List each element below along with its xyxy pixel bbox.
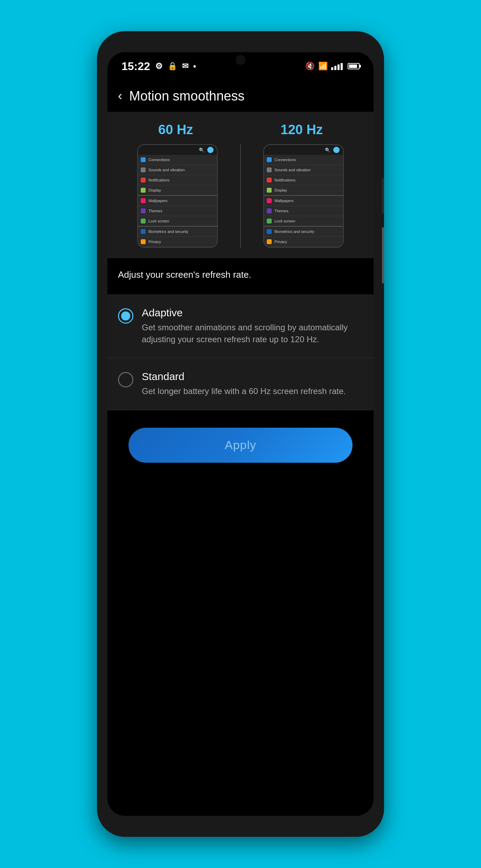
- standard-description: Get longer battery life with a 60 Hz scr…: [142, 385, 363, 397]
- page-header: ‹ Motion smoothness: [107, 80, 374, 112]
- list-item: Privacy: [138, 237, 217, 247]
- list-item: Privacy: [264, 237, 343, 247]
- sim-icon: 🔒: [168, 62, 177, 71]
- list-item: Display: [138, 185, 217, 196]
- silent-icon: 🔇: [305, 62, 315, 71]
- adaptive-title: Adaptive: [142, 307, 363, 319]
- back-button[interactable]: ‹: [118, 89, 122, 103]
- list-item: Wallpapers: [138, 196, 217, 206]
- hz-labels: 60 Hz 120 Hz: [114, 122, 367, 137]
- signal-icon: [331, 62, 343, 70]
- page-title: Motion smoothness: [129, 89, 245, 104]
- description-text: Adjust your screen's refresh rate.: [118, 269, 363, 280]
- list-item: Themes: [264, 206, 343, 216]
- time-display: 15:22: [121, 60, 150, 73]
- bottom-area: [107, 480, 374, 655]
- standard-option[interactable]: Standard Get longer battery life with a …: [107, 358, 374, 410]
- standard-content: Standard Get longer battery life with a …: [142, 371, 363, 397]
- mini-search-icon-2: 🔍: [325, 147, 330, 153]
- battery-icon: [348, 63, 360, 69]
- mini-settings-list-120: Connections Sounds and vibration Notific…: [264, 155, 343, 247]
- wifi-icon: 📶: [318, 62, 328, 71]
- hz-label-120: 120 Hz: [281, 122, 323, 137]
- standard-radio[interactable]: [118, 372, 133, 387]
- list-item: Lock screen: [138, 216, 217, 227]
- apply-button[interactable]: Apply: [128, 428, 353, 463]
- adaptive-content: Adaptive Get smoother animations and scr…: [142, 307, 363, 345]
- mini-phone-60hz: 🔍 Connections Sounds and vibration: [137, 144, 218, 248]
- preview-section: 60 Hz 120 Hz 🔍 Connections: [107, 112, 374, 258]
- adaptive-option[interactable]: Adaptive Get smoother animations and scr…: [107, 294, 374, 358]
- phone-frame: 15:22 ⚙ 🔒 ✉ • 🔇 📶: [97, 31, 384, 837]
- apply-section: Apply: [107, 410, 374, 480]
- standard-title: Standard: [142, 371, 363, 383]
- power-button[interactable]: [382, 178, 384, 213]
- email-icon: ✉: [182, 62, 188, 71]
- adaptive-description: Get smoother animations and scrolling by…: [142, 322, 363, 345]
- mini-phone-120hz: 🔍 Connections Sounds and vibration: [263, 144, 344, 248]
- screen: 15:22 ⚙ 🔒 ✉ • 🔇 📶: [107, 52, 374, 816]
- mini-search-icon: 🔍: [199, 147, 204, 153]
- list-item: Themes: [138, 206, 217, 216]
- mini-avatar-60: [207, 147, 214, 153]
- list-item: Connections: [138, 155, 217, 165]
- list-item: Biometrics and security: [264, 227, 343, 237]
- status-icons-right: 🔇 📶: [305, 62, 360, 71]
- list-item: Connections: [264, 155, 343, 165]
- hz-label-60: 60 Hz: [158, 122, 193, 137]
- gear-icon: ⚙: [155, 61, 163, 71]
- dot-indicator: •: [193, 61, 196, 71]
- adaptive-radio[interactable]: [118, 308, 133, 324]
- description-section: Adjust your screen's refresh rate.: [107, 259, 374, 291]
- camera-notch: [236, 55, 245, 65]
- mini-settings-list-60: Connections Sounds and vibration Notific…: [138, 155, 217, 247]
- list-item: Display: [264, 185, 343, 196]
- options-section: Adaptive Get smoother animations and scr…: [107, 294, 374, 410]
- main-content: 60 Hz 120 Hz 🔍 Connections: [107, 112, 374, 816]
- phone-previews: 🔍 Connections Sounds and vibration: [114, 144, 367, 248]
- list-item: Biometrics and security: [138, 227, 217, 237]
- list-item: Wallpapers: [264, 196, 343, 206]
- list-item: Sounds and vibration: [138, 165, 217, 175]
- list-item: Notifications: [138, 175, 217, 185]
- volume-button[interactable]: [382, 227, 384, 283]
- status-time-group: 15:22 ⚙ 🔒 ✉ •: [121, 60, 196, 73]
- mini-avatar-120: [333, 147, 340, 153]
- list-item: Lock screen: [264, 216, 343, 227]
- list-item: Sounds and vibration: [264, 165, 343, 175]
- list-item: Notifications: [264, 175, 343, 185]
